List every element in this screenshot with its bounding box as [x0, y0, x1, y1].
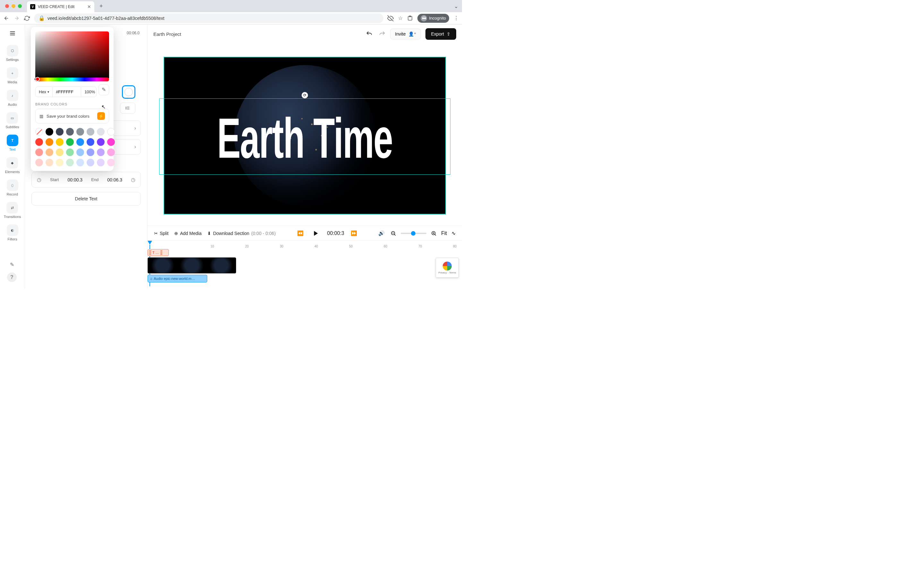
zoom-slider[interactable]	[401, 233, 426, 234]
color-swatch[interactable]	[97, 148, 105, 156]
color-swatch[interactable]	[87, 128, 94, 135]
video-clip[interactable]	[148, 258, 236, 274]
zoom-out-button[interactable]	[391, 230, 396, 236]
add-media-button[interactable]: ⊕Add Media	[174, 231, 202, 236]
timeline-ruler[interactable]: 102030405060708090100110	[178, 243, 457, 250]
hue-handle[interactable]	[35, 77, 40, 81]
color-swatch[interactable]	[45, 159, 53, 166]
new-tab-button[interactable]: +	[97, 3, 105, 10]
rail-filters[interactable]: ◐Filters	[7, 224, 18, 241]
color-swatch[interactable]	[66, 128, 74, 135]
color-swatch[interactable]	[35, 159, 43, 166]
address-bar[interactable]: 🔒 veed.io/edit/abcb1297-5a01-4d77-b2aa-a…	[34, 13, 383, 23]
audio-clip[interactable]: ♫Audio epic-new-world.m…	[148, 275, 207, 282]
color-swatch[interactable]	[45, 128, 53, 135]
reload-button[interactable]	[24, 15, 30, 21]
end-value[interactable]: 00:06.3	[107, 177, 122, 182]
upgrade-bolt-icon[interactable]: ⚡	[97, 112, 105, 120]
save-brand-colors[interactable]: ▥ Save your brand colors ⚡	[35, 109, 109, 123]
saturation-box[interactable]	[35, 31, 109, 79]
help-button[interactable]: ?	[7, 272, 17, 282]
color-swatch[interactable]	[56, 159, 63, 166]
ruler-tick: 70	[418, 245, 422, 248]
color-swatch[interactable]	[76, 148, 84, 156]
rail-audio[interactable]: ♪Audio	[7, 90, 18, 106]
color-swatch[interactable]	[97, 138, 105, 146]
canvas[interactable]: ⟳ Earth Time	[164, 57, 446, 214]
color-swatch[interactable]	[87, 138, 94, 146]
window-traffic-lights[interactable]	[3, 4, 24, 8]
undo-button[interactable]	[366, 31, 373, 37]
color-swatch[interactable]	[76, 128, 84, 135]
color-swatch[interactable]	[107, 128, 115, 135]
waveform-icon[interactable]: ∿	[451, 230, 456, 236]
rail-elements[interactable]: ◆Elements	[5, 157, 20, 174]
download-section-button[interactable]: ⬇Download Section (0:00 - 0:06)	[207, 231, 276, 236]
redo-button[interactable]	[379, 31, 386, 37]
color-swatch[interactable]	[66, 159, 74, 166]
fit-button[interactable]: Fit	[441, 230, 447, 236]
line-height-button[interactable]	[120, 103, 136, 113]
color-swatch[interactable]	[76, 138, 84, 146]
invite-button[interactable]: Invite👤⁺	[390, 29, 421, 39]
incognito-badge[interactable]: 🕶 Incognito	[417, 14, 449, 23]
rail-transitions[interactable]: ⇄Transitions	[4, 202, 21, 219]
project-title[interactable]: Earth Project	[153, 31, 181, 37]
color-swatch[interactable]	[107, 138, 115, 146]
zoom-in-button[interactable]	[431, 230, 437, 236]
tabs-menu-icon[interactable]: ⌄	[454, 3, 462, 9]
bookmark-star-icon[interactable]: ☆	[398, 15, 403, 21]
color-swatch[interactable]	[56, 138, 63, 146]
export-button[interactable]: Export⇪	[425, 28, 456, 40]
text-clip[interactable]: T …	[148, 249, 169, 256]
current-color-chip[interactable]	[122, 85, 136, 99]
zoom-thumb[interactable]	[411, 231, 415, 235]
color-swatch[interactable]	[66, 148, 74, 156]
fast-forward-button[interactable]: ⏩	[351, 230, 357, 236]
rail-record[interactable]: ⬯Record	[7, 179, 18, 196]
hue-slider[interactable]	[35, 77, 109, 81]
color-swatch[interactable]	[76, 159, 84, 166]
rail-media[interactable]: ＋Media	[7, 67, 18, 84]
rail-settings[interactable]: ⬡Settings	[6, 45, 19, 61]
color-mode-select[interactable]: Hex ▾	[36, 87, 53, 97]
color-swatch[interactable]	[35, 148, 43, 156]
color-swatch[interactable]	[107, 148, 115, 156]
delete-text-button[interactable]: Delete Text	[31, 192, 141, 205]
rail-text[interactable]: TText	[7, 135, 18, 151]
color-swatch[interactable]	[97, 159, 105, 166]
back-button[interactable]	[3, 15, 10, 21]
color-swatch[interactable]	[35, 128, 43, 135]
color-swatch[interactable]	[107, 159, 115, 166]
kebab-menu-icon[interactable]: ⋮	[454, 15, 459, 21]
draw-tool-button[interactable]: ✎	[7, 259, 17, 269]
browser-tab[interactable]: V VEED CREATE | Edit ✕	[27, 1, 94, 12]
timeline[interactable]: 102030405060708090100110 T … ♫Audio epic…	[148, 240, 462, 288]
play-button[interactable]	[310, 228, 321, 239]
color-swatch[interactable]	[97, 128, 105, 135]
split-button[interactable]: ✂Split	[154, 231, 168, 236]
opacity-input[interactable]: 100%	[81, 87, 97, 97]
color-swatch[interactable]	[87, 159, 94, 166]
recaptcha-badge[interactable]: Privacy - Terms	[436, 258, 459, 277]
incognito-eye-icon[interactable]	[387, 15, 394, 21]
color-swatch[interactable]	[66, 138, 74, 146]
eyedropper-button[interactable]: ✎	[99, 84, 109, 95]
hex-input[interactable]	[56, 89, 78, 94]
start-value[interactable]: 00:00.3	[67, 177, 82, 182]
color-swatch[interactable]	[35, 138, 43, 146]
menu-button[interactable]	[7, 27, 18, 39]
close-tab-icon[interactable]: ✕	[87, 4, 91, 9]
color-swatch[interactable]	[56, 128, 63, 135]
rewind-button[interactable]: ⏪	[297, 230, 304, 236]
color-swatch[interactable]	[56, 148, 63, 156]
rotate-handle[interactable]: ⟳	[302, 92, 308, 98]
canvas-text[interactable]: Earth Time	[164, 105, 445, 171]
side-panel: › › D00:06.0 ◷ Start 00:00.3 End 00:06.3…	[25, 24, 148, 288]
volume-button[interactable]: 🔊	[378, 230, 384, 236]
color-swatch[interactable]	[45, 138, 53, 146]
color-swatch[interactable]	[87, 148, 94, 156]
color-swatch[interactable]	[45, 148, 53, 156]
extensions-icon[interactable]	[407, 15, 413, 21]
rail-subtitles[interactable]: ▭Subtitles	[5, 112, 19, 129]
